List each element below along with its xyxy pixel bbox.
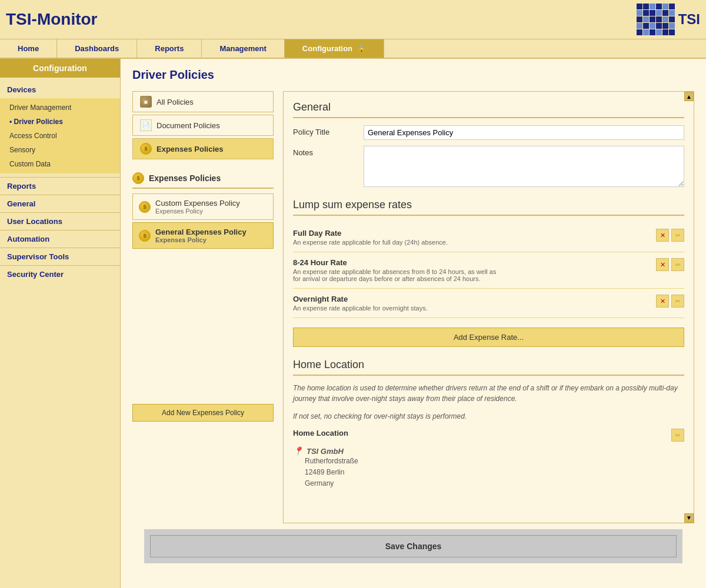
all-policies-label: All Policies: [156, 98, 194, 106]
home-location-section-title: Home Location: [293, 359, 684, 376]
sidebar-item-custom-data[interactable]: Custom Data: [0, 157, 120, 171]
sidebar-item-reports[interactable]: Reports: [0, 177, 120, 195]
notes-textarea[interactable]: [364, 146, 684, 187]
eight-24-rate-item: 8-24 Hour Rate An expense rate applicabl…: [293, 252, 684, 289]
coin-icon: $: [140, 143, 152, 155]
overnight-rate-edit-button[interactable]: ✏: [671, 295, 684, 308]
scroll-up-button[interactable]: ▲: [684, 92, 694, 101]
eight-24-rate-name: 8-24 Hour Rate: [293, 258, 649, 267]
overnight-rate-delete-button[interactable]: ✕: [656, 295, 669, 308]
sidebar: Configuration Devices Driver Management …: [0, 59, 121, 588]
tsi-brand-text: TSI: [678, 11, 700, 28]
save-changes-button[interactable]: Save Changes: [150, 535, 677, 557]
lock-icon: 🔒: [357, 45, 366, 53]
add-new-expenses-policy-button[interactable]: Add New Expenses Policy: [132, 404, 274, 422]
left-panel: ▣ All Policies 📄 Document Policies $ Exp…: [132, 91, 274, 523]
nav-management[interactable]: Management: [202, 39, 284, 58]
sidebar-item-security-center[interactable]: Security Center: [0, 265, 120, 283]
doc-icon: 📄: [140, 119, 152, 131]
sidebar-section-devices: Devices Driver Management Driver Policie…: [0, 78, 120, 177]
nav-dashboards[interactable]: Dashboards: [57, 39, 137, 58]
custom-policy-name: Custom Expenses Policy: [155, 199, 240, 208]
notes-row: Notes: [293, 146, 684, 187]
nav-reports[interactable]: Reports: [137, 39, 202, 58]
sidebar-item-automation[interactable]: Automation: [0, 230, 120, 248]
lump-sum-section: Lump sum expense rates Full Day Rate An …: [293, 199, 684, 347]
navigation: Home Dashboards Reports Management Confi…: [0, 39, 706, 59]
policy-title-input[interactable]: [364, 125, 684, 140]
policy-title-row: Policy Title: [293, 125, 684, 140]
general-section-title: General: [293, 101, 684, 118]
sidebar-item-sensory[interactable]: Sensory: [0, 143, 120, 157]
overnight-rate-desc: An expense rate applicable for overnight…: [293, 305, 505, 312]
save-bar: Save Changes: [144, 529, 682, 563]
sidebar-item-devices[interactable]: Devices: [0, 81, 120, 98]
sidebar-item-driver-management[interactable]: Driver Management: [0, 101, 120, 115]
tsi-logo: TSI: [637, 4, 700, 35]
notes-label: Notes: [293, 146, 364, 157]
sidebar-item-user-locations[interactable]: User Locations: [0, 212, 120, 230]
layout: Configuration Devices Driver Management …: [0, 59, 706, 588]
app-logo: TSI-Monitor: [6, 10, 98, 29]
lump-sum-title: Lump sum expense rates: [293, 199, 684, 216]
expenses-section-header: $ Expenses Policies: [132, 169, 274, 189]
full-day-rate-delete-button[interactable]: ✕: [656, 229, 669, 242]
home-location-desc1: The home location is used to determine w…: [293, 383, 684, 404]
expenses-policies-btn[interactable]: $ Expenses Policies: [132, 138, 274, 159]
sidebar-item-driver-policies[interactable]: Driver Policies: [0, 115, 120, 129]
general-expenses-policy-item[interactable]: $ General Expenses Policy Expenses Polic…: [132, 222, 274, 249]
page-title: Driver Policies: [132, 68, 694, 82]
home-location-section: Home Location The home location is used …: [293, 359, 684, 490]
general-policy-icon: $: [139, 230, 151, 242]
eight-24-rate-desc: An expense rate applicable for absences …: [293, 268, 505, 282]
add-expense-rate-button[interactable]: Add Expense Rate...: [293, 328, 684, 347]
right-panel: ▲ General Policy Title Notes Lump sum e: [283, 91, 694, 523]
content-columns: ▣ All Policies 📄 Document Policies $ Exp…: [132, 91, 694, 523]
custom-policy-icon: $: [139, 201, 151, 213]
main-content: Driver Policies ▣ All Policies 📄 Documen…: [121, 59, 706, 588]
general-policy-name: General Expenses Policy: [155, 228, 247, 236]
eight-24-rate-edit-button[interactable]: ✏: [671, 258, 684, 271]
logo-text: TSI-Monitor: [6, 10, 98, 28]
custom-expenses-policy-item[interactable]: $ Custom Expenses Policy Expenses Policy: [132, 193, 274, 220]
eight-24-rate-delete-button[interactable]: ✕: [656, 258, 669, 271]
overnight-rate-item: Overnight Rate An expense rate applicabl…: [293, 289, 684, 318]
nav-configuration[interactable]: Configuration 🔒: [285, 39, 384, 58]
expenses-policies-label: Expenses Policies: [156, 145, 223, 153]
expenses-section-icon: $: [132, 172, 144, 184]
full-day-rate-desc: An expense rate applicable for full day …: [293, 239, 505, 246]
expenses-section: $ Expenses Policies $ Custom Expenses Po…: [132, 169, 274, 249]
location-icon: 📍: [293, 446, 303, 456]
sidebar-item-general[interactable]: General: [0, 195, 120, 212]
home-location-detail: 📍 TSI GmbH Rutherfordstraße 12489 Berlin…: [293, 446, 684, 490]
full-day-rate-item: Full Day Rate An expense rate applicable…: [293, 223, 684, 252]
document-policies-label: Document Policies: [156, 121, 220, 130]
expenses-section-title: Expenses Policies: [149, 173, 221, 183]
home-location-address: Rutherfordstraße 12489 Berlin Germany: [305, 456, 684, 490]
full-day-rate-name: Full Day Rate: [293, 229, 649, 238]
scroll-down-button[interactable]: ▼: [684, 513, 694, 523]
sidebar-item-supervisor-tools[interactable]: Supervisor Tools: [0, 248, 120, 265]
document-policies-btn[interactable]: 📄 Document Policies: [132, 115, 274, 136]
general-policy-type: Expenses Policy: [155, 236, 247, 243]
overnight-rate-name: Overnight Rate: [293, 295, 649, 303]
sidebar-item-access-control[interactable]: Access Control: [0, 129, 120, 143]
home-location-edit-button[interactable]: ✏: [671, 429, 684, 442]
full-day-rate-edit-button[interactable]: ✏: [671, 229, 684, 242]
custom-policy-type: Expenses Policy: [155, 208, 240, 215]
sidebar-title: Configuration: [0, 59, 120, 78]
nav-home[interactable]: Home: [0, 39, 57, 58]
home-location-desc2: If not set, no checking for over-night s…: [293, 411, 684, 422]
header: TSI-Monitor TSI: [0, 0, 706, 39]
tsi-grid-icon: [637, 4, 675, 35]
home-location-label: Home Location: [293, 429, 364, 437]
sidebar-subsection-devices: Driver Management Driver Policies Access…: [0, 98, 120, 173]
policy-title-label: Policy Title: [293, 125, 364, 136]
all-policies-btn[interactable]: ▣ All Policies: [132, 91, 274, 112]
detail-area: General Policy Title Notes Lump sum expe…: [284, 92, 694, 523]
home-location-name: TSI GmbH: [307, 447, 344, 456]
shield-icon: ▣: [140, 96, 152, 108]
